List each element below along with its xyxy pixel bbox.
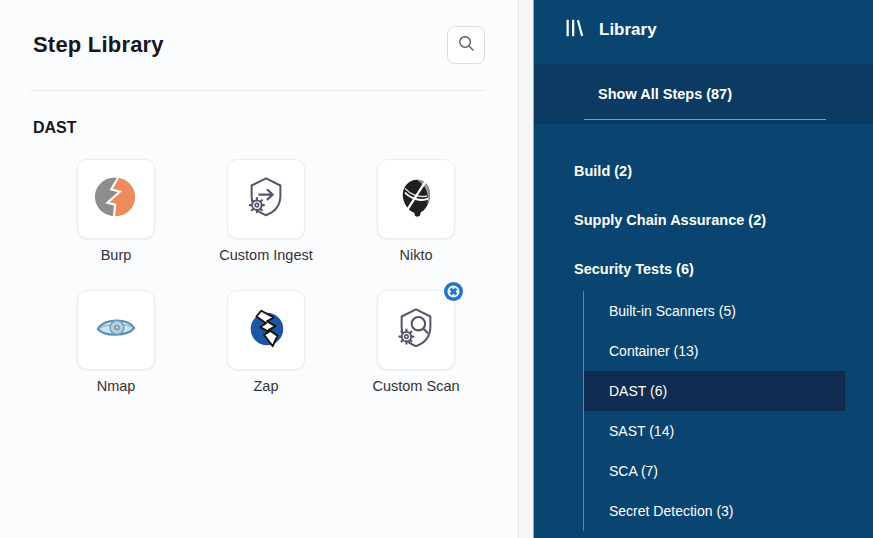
step-tile-zap: Zap: [191, 290, 341, 394]
nikto-mask-icon: [393, 174, 439, 224]
zap-card[interactable]: [227, 290, 305, 370]
page-title: Step Library: [33, 32, 164, 58]
library-sidebar: Library Show All Steps (87) Build (2) Su…: [533, 0, 873, 538]
step-tile-nmap: Nmap: [41, 290, 191, 394]
custom-ingest-card[interactable]: [227, 159, 305, 239]
custom-scan-card[interactable]: [377, 290, 455, 370]
tile-label: Custom Scan: [372, 378, 459, 394]
tile-label: Nikto: [399, 247, 432, 263]
burp-logo-icon: [93, 174, 139, 224]
sidebar-item-sca[interactable]: SCA (7): [534, 451, 873, 491]
customized-badge-icon: [444, 282, 463, 301]
show-all-steps-item[interactable]: Show All Steps (87): [534, 64, 873, 124]
show-all-divider: [584, 119, 826, 120]
sidebar-item-secret-detection[interactable]: Secret Detection (3): [534, 491, 873, 531]
nikto-card[interactable]: [377, 159, 455, 239]
section-heading-dast: DAST: [33, 119, 518, 137]
search-button[interactable]: [447, 26, 485, 64]
step-tile-nikto: Nikto: [341, 159, 491, 263]
nmap-card[interactable]: [77, 290, 155, 370]
shield-arrow-gear-icon: [243, 174, 289, 224]
library-books-icon: [564, 17, 586, 43]
panel-header: Step Library: [0, 0, 518, 64]
tile-label: Burp: [101, 247, 132, 263]
tile-label: Zap: [254, 378, 279, 394]
zap-lightning-icon: [243, 305, 289, 355]
tile-label: Custom Ingest: [219, 247, 313, 263]
step-tile-custom-ingest: Custom Ingest: [191, 159, 341, 263]
step-tiles-grid: Burp: [41, 159, 518, 394]
sidebar-item-sast[interactable]: SAST (14): [534, 411, 873, 451]
search-icon: [457, 34, 476, 56]
show-all-steps-label: Show All Steps (87): [598, 86, 732, 102]
step-tile-custom-scan: Custom Scan: [341, 290, 491, 394]
sidebar-item-built-in-scanners[interactable]: Built-in Scanners (5): [534, 291, 873, 331]
sidebar-item-supply-chain-assurance[interactable]: Supply Chain Assurance (2): [534, 211, 873, 229]
sidebar-title: Library: [599, 20, 657, 40]
sidebar-item-build[interactable]: Build (2): [534, 162, 873, 180]
header-divider: [30, 90, 485, 91]
step-tile-burp: Burp: [41, 159, 191, 263]
step-library-panel: Step Library DAST: [0, 0, 519, 538]
step-library-page: Step Library DAST: [0, 0, 873, 538]
sidebar-header: Library: [534, 0, 873, 43]
sidebar-item-dast[interactable]: DAST (6): [584, 371, 845, 411]
security-tests-subtree: Built-in Scanners (5) Container (13) DAS…: [534, 291, 873, 531]
tile-label: Nmap: [97, 378, 136, 394]
sidebar-item-security-tests[interactable]: Security Tests (6): [534, 260, 873, 278]
nmap-eye-icon: [93, 305, 139, 355]
burp-card[interactable]: [77, 159, 155, 239]
shield-magnifier-gear-icon: [393, 305, 439, 355]
sidebar-item-container[interactable]: Container (13): [534, 331, 873, 371]
